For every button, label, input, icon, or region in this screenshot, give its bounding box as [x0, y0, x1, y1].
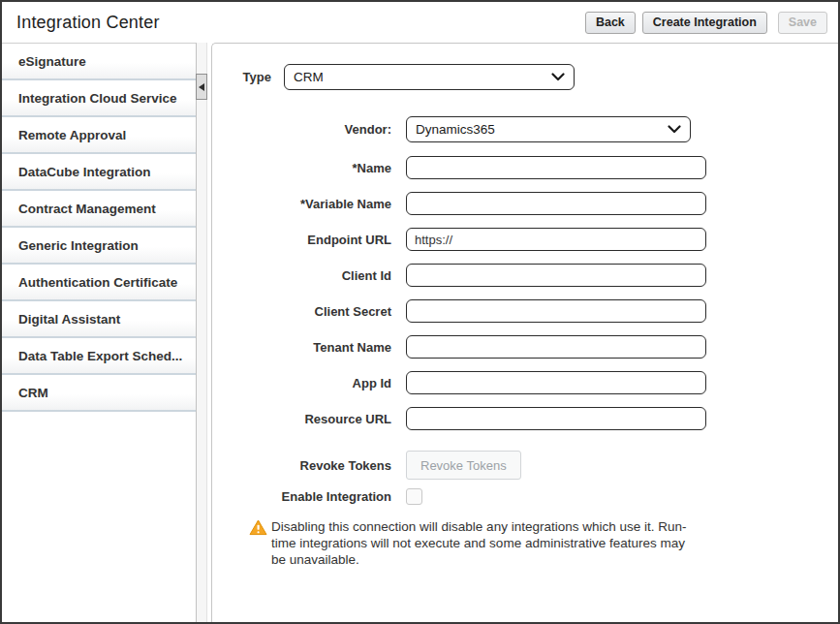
vendor-label: Vendor:	[212, 122, 391, 137]
create-integration-button[interactable]: Create Integration	[642, 12, 767, 34]
header: Integration Center Back Create Integrati…	[2, 2, 838, 43]
enable-integration-checkbox[interactable]	[406, 488, 422, 505]
variable-name-input[interactable]	[406, 192, 706, 215]
chevron-down-icon	[551, 73, 565, 81]
sidebar-collapse-handle[interactable]	[196, 74, 207, 100]
sidebar-item-remote-approval[interactable]: Remote Approval	[2, 117, 196, 154]
sidebar-item-label: eSignature	[18, 54, 86, 69]
variable-name-label: *Variable Name	[212, 197, 391, 211]
sidebar-item-label: Data Table Export Sched...	[18, 349, 182, 363]
resource-url-label: Resource URL	[212, 412, 391, 426]
client-secret-input[interactable]	[406, 299, 706, 323]
sidebar-item-integration-cloud-service[interactable]: Integration Cloud Service	[2, 80, 196, 117]
vendor-row: Vendor: Dynamics365	[212, 116, 691, 142]
variable-name-row: *Variable Name	[212, 192, 706, 215]
chevron-left-icon	[199, 83, 204, 91]
name-input[interactable]	[406, 156, 706, 179]
integration-center-window: Integration Center Back Create Integrati…	[0, 0, 840, 624]
enable-integration-row: Enable Integration	[212, 488, 422, 505]
tenant-name-input[interactable]	[406, 335, 706, 359]
resource-url-row: Resource URL	[212, 407, 706, 430]
type-label: Type	[242, 70, 271, 84]
main-panel: Type CRM Vendor: Dynamics365 *Name *Vari…	[211, 43, 838, 622]
app-id-row: App Id	[212, 371, 706, 394]
sidebar-gutter	[197, 43, 207, 622]
endpoint-url-row: Endpoint URL	[212, 228, 706, 251]
sidebar-item-data-table-export-schedule[interactable]: Data Table Export Sched...	[2, 338, 196, 375]
page-title: Integration Center	[16, 13, 585, 33]
sidebar-item-datacube-integration[interactable]: DataCube Integration	[2, 154, 196, 191]
resource-url-input[interactable]	[406, 407, 706, 430]
warning-text: Disabling this connection will disable a…	[271, 518, 690, 568]
back-button[interactable]: Back	[585, 12, 636, 34]
endpoint-url-input[interactable]	[406, 228, 706, 251]
revoke-tokens-label: Revoke Tokens	[212, 458, 391, 473]
sidebar-item-label: Contract Management	[18, 202, 156, 216]
type-select-value: CRM	[294, 70, 324, 84]
save-button[interactable]: Save	[778, 12, 827, 34]
client-secret-label: Client Secret	[212, 304, 391, 319]
sidebar-item-label: Authentication Certificate	[18, 275, 177, 290]
sidebar-item-esignature[interactable]: eSignature	[2, 44, 196, 80]
sidebar-item-label: Remote Approval	[18, 128, 126, 142]
revoke-tokens-button[interactable]: Revoke Tokens	[406, 451, 521, 480]
vendor-select[interactable]: Dynamics365	[406, 116, 691, 142]
vendor-select-value: Dynamics365	[416, 122, 495, 137]
sidebar-item-generic-integration[interactable]: Generic Integration	[2, 228, 196, 265]
tenant-name-row: Tenant Name	[212, 335, 706, 359]
sidebar-item-label: Integration Cloud Service	[18, 91, 177, 106]
endpoint-url-label: Endpoint URL	[212, 233, 391, 247]
sidebar-item-label: Generic Integration	[18, 238, 139, 253]
sidebar-item-contract-management[interactable]: Contract Management	[2, 191, 196, 228]
client-id-input[interactable]	[406, 264, 706, 287]
app-id-label: App Id	[212, 376, 391, 390]
sidebar-item-label: Digital Assistant	[18, 312, 120, 327]
type-select[interactable]: CRM	[284, 64, 575, 90]
name-label: *Name	[212, 161, 391, 175]
name-row: *Name	[212, 156, 706, 179]
sidebar-item-digital-assistant[interactable]: Digital Assistant	[2, 301, 196, 338]
enable-integration-label: Enable Integration	[212, 489, 391, 504]
chevron-down-icon	[668, 125, 681, 134]
app-id-input[interactable]	[406, 371, 706, 394]
sidebar-item-authentication-certificate[interactable]: Authentication Certificate	[2, 265, 196, 301]
client-id-label: Client Id	[212, 268, 391, 283]
warning-icon	[249, 519, 267, 536]
sidebar-item-crm[interactable]: CRM	[2, 375, 196, 412]
client-id-row: Client Id	[212, 264, 706, 287]
tenant-name-label: Tenant Name	[212, 340, 391, 355]
type-row: Type CRM	[242, 64, 575, 90]
sidebar: eSignature Integration Cloud Service Rem…	[2, 43, 197, 622]
warning-message: Disabling this connection will disable a…	[249, 518, 690, 568]
sidebar-item-label: CRM	[18, 386, 48, 400]
sidebar-item-label: DataCube Integration	[18, 165, 151, 179]
revoke-tokens-row: Revoke Tokens Revoke Tokens	[212, 451, 521, 480]
client-secret-row: Client Secret	[212, 299, 706, 323]
